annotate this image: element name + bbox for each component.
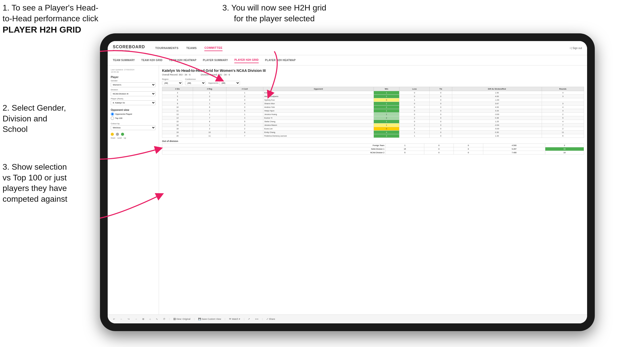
grid-area: Katelyn Vo Head-to-Head Grid for Women's…: [159, 65, 587, 314]
instruction-mid-left: 2. Select Gender,Division andSchool: [3, 103, 100, 135]
toolbar-undo[interactable]: ↩: [112, 317, 117, 321]
grid-title: Katelyn Vo Head-to-Head Grid for Women's…: [162, 69, 584, 73]
main-content: Last Updated: 27/03/202416:55:38 Player …: [108, 65, 587, 314]
toolbar-fullscreen[interactable]: ⟺: [254, 317, 260, 321]
table-row: 15 8 5 Stella Cheng 1 0 0 1.25 4: [162, 120, 584, 123]
subnav-player-summary[interactable]: PLAYER SUMMARY: [203, 57, 228, 63]
subnav-team-h2h-grid[interactable]: TEAM H2H GRID: [141, 57, 163, 63]
instruction-top-right: 3. You will now see H2H gridfor the play…: [210, 3, 338, 24]
bottom-toolbar: ↩ ← ↪ → ⊞ ⌂ ∿ ⏱ | 🖼 View: Original | 💾 S…: [108, 314, 587, 323]
legend-up: Up: [124, 137, 126, 139]
subnav-team-h2h-heatmap[interactable]: TEAM H2H HEATMAP: [169, 57, 196, 63]
filter-group-conference: Conference (All): [185, 78, 206, 85]
subnav-player-h2h-heatmap[interactable]: PLAYER H2H HEATMAP: [265, 57, 296, 63]
logo-sub: Powered by clippd: [113, 49, 145, 52]
legend-down: Down: [111, 137, 115, 139]
toolbar-export[interactable]: ↗: [246, 317, 251, 321]
table-row: 11 2 5 Heejo Hyun 1 0 0 3.33 3: [162, 109, 584, 113]
instruction-bot-left: 3. Show selectionvs Top 100 or justplaye…: [3, 162, 100, 204]
legend-level: Level: [117, 137, 122, 139]
logo-text: SCOREBOARD: [113, 45, 145, 49]
table-row: 13 1 1 Jessica Huang 1 0 0 -3.00 2: [162, 113, 584, 116]
colour-labels: Down Level Up: [111, 137, 156, 139]
nav-tournaments[interactable]: TOURNAMENTS: [155, 45, 179, 51]
colour-by-label: Colour by: [111, 122, 156, 125]
toolbar-redo[interactable]: ↪: [126, 317, 131, 321]
filter-opponent-label: Opponents: (All): [208, 81, 240, 85]
radio-top100[interactable]: Top 100: [111, 117, 156, 120]
colour-dots: [111, 133, 156, 136]
col-reg: # Reg: [193, 87, 226, 91]
table-row: 14 7 4 Eunice Yi 2 2 0 0.38 9: [162, 116, 584, 120]
table-row: 20 11 7 Federica Domecq Lacroze 2 1 0 1.…: [162, 134, 584, 138]
filter-region-label: Region: [162, 78, 183, 80]
filter-region-select[interactable]: (All): [162, 81, 183, 85]
table-row: 18 2 2 Euna Lee 0 2 0 -5.00 2: [162, 127, 584, 131]
dot-gray: [116, 133, 119, 136]
filter-row: Region (All) Conference (All) Opponents:…: [162, 78, 584, 85]
dot-yellow: [111, 133, 114, 136]
filter-group-opponent: Opponents: (All): [208, 81, 240, 85]
table-row: 6 3 3 Sydney Kuo 0 1 0 -1.00: [162, 98, 584, 102]
player-section-title: Player: [111, 76, 156, 79]
tablet-screen: SCOREBOARD Powered by clippd TOURNAMENTS…: [108, 41, 587, 323]
subnav-player-h2h-grid[interactable]: PLAYER H2H GRID: [234, 57, 259, 63]
player-rank-label: Player (Rank): [111, 98, 156, 100]
list-item: NCAA Division 2 5 0 0 7.400 10: [162, 151, 584, 155]
list-item: Foreign Team 1 0 0 4.500 2: [162, 144, 584, 147]
toolbar-watch[interactable]: 👁 Watch ▾: [227, 317, 242, 321]
dot-green: [121, 133, 124, 136]
player-rank-select[interactable]: 8. Katelyn Vo: [111, 100, 156, 105]
sign-out-link[interactable]: i | Sign out: [570, 47, 582, 50]
toolbar-home[interactable]: ⌂: [148, 317, 152, 321]
table-row: 10 6 3 Andrea York 2 0 0 4.00 4: [162, 105, 584, 109]
col-loss: Loss: [399, 87, 430, 91]
nav-teams[interactable]: TEAMS: [186, 45, 197, 51]
col-win: Win: [374, 87, 399, 91]
toolbar-share[interactable]: ⤢ Share: [265, 317, 277, 321]
sub-nav: TEAM SUMMARY TEAM H2H GRID TEAM H2H HEAT…: [108, 55, 587, 65]
left-panel: Last Updated: 27/03/202416:55:38 Player …: [108, 65, 159, 314]
nav-right: i | Sign out: [570, 47, 582, 50]
col-tie: Tie: [430, 87, 452, 91]
table-row: 19 10 6 Emily Chang 4 1 0 0.30 11: [162, 131, 584, 134]
logo-area: SCOREBOARD Powered by clippd: [113, 45, 145, 52]
table-row: 9 1 4 Sharon Mun 1 0 0 3.67 3: [162, 102, 584, 105]
col-rounds: Rounds: [542, 87, 584, 91]
filter-conference-label: Conference: [185, 78, 206, 80]
radio-opponents-played[interactable]: Opponents Played: [111, 112, 156, 116]
toolbar-wave[interactable]: ∿: [154, 317, 159, 321]
nav-committee[interactable]: COMMITTEE: [204, 45, 223, 51]
toolbar-save-custom-view[interactable]: 💾 Save Custom View: [197, 317, 223, 321]
filter-group-region: Region (All): [162, 78, 183, 85]
table-row: 16 1 3 Jessica Mason 1 2 0 -0.94 7: [162, 123, 584, 127]
col-div: # Div: [162, 87, 193, 91]
table-row: 5 2 2 Alexis Sudijianto 1 0 0 4.00 3: [162, 95, 584, 98]
tablet-device: SCOREBOARD Powered by clippd TOURNAMENTS…: [100, 33, 595, 331]
toolbar-clock[interactable]: ⏱: [162, 317, 167, 321]
opponent-view-section: Opponent view Opponents Played Top 100: [111, 109, 156, 120]
table-row: 3 1 1 Esther Lee 1 0 0 1.50 4: [162, 91, 584, 95]
gender-label: Gender: [111, 80, 156, 82]
opponent-view-title: Opponent view: [111, 109, 156, 111]
out-division-title: Out of division: [162, 140, 584, 142]
toolbar-back[interactable]: ←: [119, 317, 124, 321]
list-item: NAIA Division 1 15 0 0 9.267 30: [162, 147, 584, 151]
division-select[interactable]: NCAA Division III NCAA Division I NCAA D…: [111, 91, 156, 96]
filter-conference-select[interactable]: (All): [185, 81, 206, 85]
panel-timestamp: Last Updated: 27/03/202416:55:38: [111, 69, 156, 73]
division-label: Division: [111, 89, 156, 91]
subnav-team-summary[interactable]: TEAM SUMMARY: [113, 57, 135, 63]
colour-by-select[interactable]: Win/loss: [111, 125, 156, 130]
overall-record: Overall Record: 353 - 34 - 6: [162, 73, 190, 76]
filter-opponents-select[interactable]: (All): [219, 81, 240, 85]
toolbar-forward[interactable]: →: [133, 317, 139, 321]
toolbar-view-original[interactable]: 🖼 View: Original: [172, 317, 192, 321]
division-record: Division Record: 331 - 34 - 6: [201, 73, 230, 76]
gender-select[interactable]: Women's Men's: [111, 82, 156, 87]
toolbar-grid[interactable]: ⊞: [141, 317, 146, 321]
out-division-table: Foreign Team 1 0 0 4.500 2 NAIA Division…: [162, 143, 584, 155]
col-conf: # Conf: [226, 87, 263, 91]
instruction-top-left: 1. To see a Player's Head- to-Head perfo…: [3, 3, 100, 35]
nav-bar: SCOREBOARD Powered by clippd TOURNAMENTS…: [108, 41, 587, 55]
